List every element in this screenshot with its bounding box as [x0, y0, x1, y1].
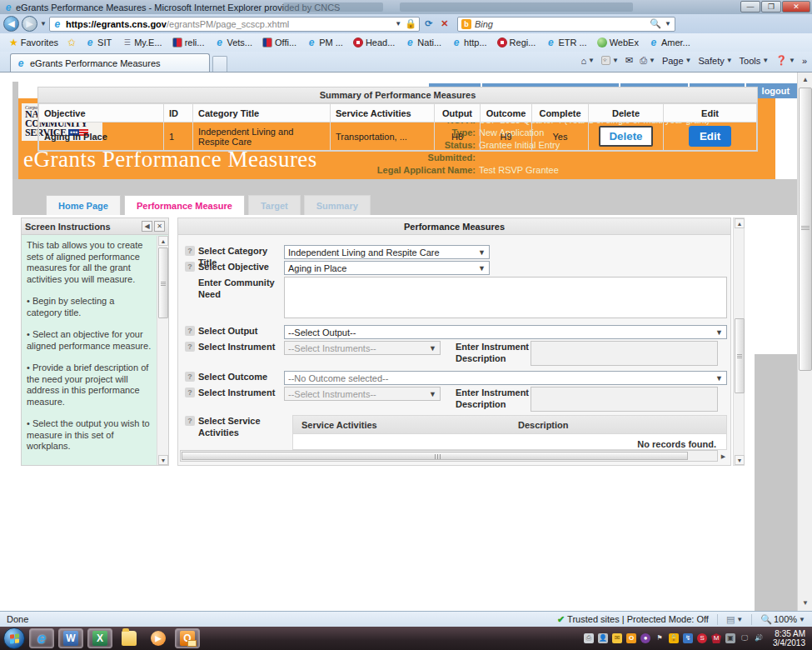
edit-button[interactable]: Edit: [689, 126, 731, 147]
add-favorite-icon[interactable]: ✩: [67, 37, 76, 48]
lock-tray-icon[interactable]: 🔒: [669, 633, 679, 643]
favorite-link[interactable]: Head...: [349, 36, 399, 49]
url-dropdown[interactable]: ▼: [395, 20, 401, 28]
update-tray-icon[interactable]: ↯: [683, 633, 693, 643]
recent-pages-dropdown[interactable]: ▼: [40, 20, 47, 28]
scroll-up-arrow[interactable]: ▲: [799, 73, 812, 87]
safety-menu[interactable]: Safety▼: [699, 56, 733, 66]
zoom-control[interactable]: 🔍100%▼: [760, 614, 805, 625]
print-menu[interactable]: ⎙▼: [640, 55, 655, 66]
close-panel-button[interactable]: ✕: [154, 221, 165, 232]
mcafee-shield-tray-icon[interactable]: M: [711, 633, 721, 643]
taskbar-ie-button[interactable]: e: [29, 628, 54, 648]
help-question-icon[interactable]: ?: [185, 342, 195, 352]
network-tray-icon[interactable]: 🖵: [740, 633, 750, 643]
feeds-menu[interactable]: ᯤ▼: [601, 56, 619, 65]
favorite-link[interactable]: ehttp...: [447, 36, 491, 49]
community-need-textarea[interactable]: [284, 277, 727, 318]
user-tray-icon[interactable]: 👤: [598, 633, 608, 643]
favorite-link[interactable]: Regi...: [493, 36, 541, 49]
back-button[interactable]: ◀: [3, 16, 19, 32]
instrument2-select: --Select Instruments--▼: [284, 387, 441, 401]
delete-button[interactable]: Delete: [599, 126, 652, 147]
favorite-link[interactable]: eSIT: [81, 36, 116, 49]
stop-button[interactable]: ✕: [438, 18, 451, 29]
flag-tray-icon[interactable]: ⚑: [655, 633, 665, 643]
help-question-icon[interactable]: ?: [185, 388, 195, 398]
clipboard-tray-icon[interactable]: ▣: [725, 633, 735, 643]
scrollbar-thumb[interactable]: [182, 452, 688, 460]
favorite-link[interactable]: ☰My.E...: [117, 36, 166, 49]
search-icon[interactable]: 🔍: [650, 18, 661, 29]
tab-performance-measure[interactable]: Performance Measure: [124, 195, 245, 215]
minimize-button[interactable]: —: [740, 1, 760, 12]
security-lock-icon[interactable]: 🔒: [405, 18, 416, 29]
home-menu[interactable]: ⌂▼: [580, 56, 595, 66]
scroll-right-arrow[interactable]: ▶: [719, 452, 728, 461]
scrollbar-thumb[interactable]: [735, 318, 745, 393]
taskbar-mediaplayer-button[interactable]: ▶: [146, 628, 171, 648]
mail-tray-icon[interactable]: ✉: [612, 633, 622, 643]
refresh-button[interactable]: ⟳: [422, 18, 436, 29]
scroll-down-arrow[interactable]: ▼: [735, 455, 745, 465]
page-background-right: [755, 354, 797, 611]
printer-tray-icon[interactable]: ⎙: [584, 633, 594, 643]
volume-tray-icon[interactable]: 🔊: [754, 633, 764, 643]
favorite-link[interactable]: ePM ...: [302, 36, 347, 49]
start-button[interactable]: [3, 628, 25, 649]
tools-menu[interactable]: Tools▼: [740, 56, 770, 66]
form-horizontal-scrollbar[interactable]: ▶: [180, 450, 718, 462]
category-select[interactable]: Independent Living and Respite Care▼: [284, 245, 490, 259]
help-question-icon[interactable]: ?: [185, 246, 195, 256]
favorites-button[interactable]: ★ Favorites: [5, 35, 62, 50]
taskbar-outlook-button[interactable]: O: [175, 628, 200, 648]
collapse-panel-button[interactable]: ◀: [142, 221, 152, 232]
favorite-link[interactable]: eAmer...: [645, 36, 695, 49]
scrollbar-thumb[interactable]: [799, 88, 812, 371]
search-box[interactable]: b Bing 🔍 ▼: [457, 17, 675, 32]
instructions-scrollbar[interactable]: ▲ ▼: [157, 236, 168, 465]
tab-home-page[interactable]: Home Page: [46, 195, 121, 215]
read-mail-button[interactable]: ✉: [625, 55, 633, 66]
purple-shield-tray-icon[interactable]: ●: [640, 633, 650, 643]
taskbar-clock[interactable]: 8:35 AM 3/4/2013: [773, 629, 805, 648]
url-field[interactable]: e https://egrants.cns.gov/egrantsPM/page…: [49, 17, 420, 32]
taskbar-excel-button[interactable]: X: [87, 628, 112, 648]
favorite-link[interactable]: reli...: [168, 36, 209, 49]
close-button[interactable]: ✕: [782, 1, 810, 12]
antivirus-tray-icon[interactable]: S: [697, 633, 707, 643]
toolbar-overflow[interactable]: »: [802, 56, 807, 66]
compatibility-view-button[interactable]: ▤▼: [726, 614, 743, 625]
cell-id: 1: [164, 122, 193, 151]
forward-button[interactable]: ▶: [22, 16, 37, 32]
form-vertical-scrollbar[interactable]: ▲ ▼: [733, 218, 745, 466]
scroll-down-arrow[interactable]: ▼: [799, 597, 812, 610]
objective-select[interactable]: Aging in Place▼: [284, 261, 490, 275]
scroll-up-arrow[interactable]: ▲: [735, 218, 745, 228]
favorite-link[interactable]: eNati...: [401, 36, 446, 49]
favorite-link[interactable]: eETR ...: [541, 36, 590, 49]
favorite-link[interactable]: WebEx: [593, 36, 643, 49]
help-question-icon[interactable]: ?: [185, 262, 195, 272]
scrollbar-thumb[interactable]: [158, 248, 168, 318]
output-select[interactable]: --Select Output--▼: [284, 325, 727, 339]
help-question-icon[interactable]: ?: [185, 416, 195, 426]
scroll-up-arrow[interactable]: ▲: [158, 236, 168, 246]
help-question-icon[interactable]: ?: [185, 372, 195, 382]
page-menu[interactable]: Page▼: [662, 56, 692, 66]
favorite-link[interactable]: Offi...: [258, 36, 301, 49]
favorite-link[interactable]: eVets...: [210, 36, 257, 49]
scroll-down-arrow[interactable]: ▼: [158, 455, 168, 465]
help-question-icon[interactable]: ?: [185, 326, 195, 336]
browser-tab[interactable]: e eGrants Performance Measures: [10, 53, 210, 72]
page-scrollbar[interactable]: ▲ ▼: [797, 72, 812, 611]
taskbar-explorer-button[interactable]: [117, 628, 142, 648]
orange-o-tray-icon[interactable]: O: [626, 633, 636, 643]
taskbar-word-button[interactable]: W: [58, 628, 83, 648]
maximize-button[interactable]: ❐: [761, 1, 781, 12]
search-dropdown[interactable]: ▼: [665, 20, 671, 28]
new-tab-button[interactable]: [212, 56, 227, 72]
outcome-select[interactable]: --No Outcome selected--▼: [284, 371, 727, 385]
help-menu[interactable]: ❓▼: [775, 55, 795, 66]
search-input[interactable]: Bing: [475, 19, 646, 29]
